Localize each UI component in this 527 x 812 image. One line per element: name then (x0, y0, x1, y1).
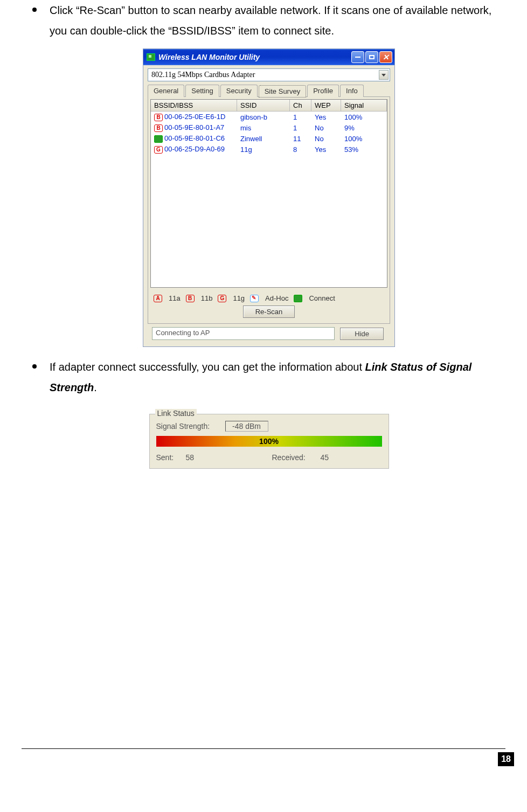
cell-bssid: 00-05-9E-80-01-C6 (164, 134, 225, 142)
signal-percent-bar: 100% (156, 436, 382, 447)
wlan-monitor-window: Wireless LAN Monitor Utility ✕ 802.11g 5… (143, 48, 395, 347)
tab-security[interactable]: Security (220, 85, 258, 97)
footer-divider (22, 748, 505, 749)
window-title: Wireless LAN Monitor Utility (158, 53, 260, 61)
legend-g-label: 11g (233, 294, 245, 302)
network-row[interactable]: B00-06-25-0E-E6-1D gibson-b 1 Yes 100% (151, 112, 387, 122)
bullet-icon (32, 8, 37, 12)
cell-bssid: 00-06-25-D9-A0-69 (164, 145, 225, 153)
cell-signal: 53% (341, 145, 387, 154)
cell-ssid: gibson-b (237, 113, 290, 121)
legend-adhoc-label: Ad-Hoc (265, 294, 288, 302)
net-b-icon: B (154, 124, 163, 132)
app-icon (147, 53, 155, 61)
cell-ch: 1 (290, 124, 311, 132)
network-row[interactable]: .00-05-9E-80-01-C6 Zinwell 11 No 100% (151, 133, 387, 144)
bullet-icon (32, 364, 37, 369)
cell-wep: Yes (311, 113, 341, 121)
hide-button[interactable]: Hide (340, 328, 384, 340)
cell-bssid: 00-05-9E-80-01-A7 (164, 123, 224, 131)
legend-b-icon: B (186, 295, 195, 302)
cell-signal: 9% (341, 124, 387, 132)
legend-a-label: 11a (169, 294, 181, 302)
tab-site-survey[interactable]: Site Survey (259, 85, 306, 98)
legend-connect-icon (294, 295, 302, 302)
header-signal[interactable]: Signal (341, 100, 387, 111)
adapter-dropdown-value: 802.11g 54Mbps Cardbus Adapter (151, 71, 255, 79)
signal-strength-label: Signal Strength: (156, 422, 220, 431)
page-number: 18 (498, 752, 514, 766)
rescan-button[interactable]: Re-Scan (243, 306, 295, 318)
cell-ssid: Zinwell (237, 135, 290, 143)
cell-signal: 100% (341, 113, 387, 121)
received-label: Received: (272, 453, 321, 462)
header-wep[interactable]: WEP (311, 100, 341, 111)
status-text: Connecting to AP (152, 327, 335, 340)
header-bssid[interactable]: BSSID/IBSS (151, 100, 237, 111)
tab-info[interactable]: Info (340, 85, 364, 97)
cell-wep: No (311, 124, 341, 132)
cell-wep: No (311, 135, 341, 143)
received-value: 45 (321, 453, 329, 462)
tab-profile[interactable]: Profile (307, 85, 339, 97)
tab-setting[interactable]: Setting (185, 85, 219, 97)
cell-ch: 1 (290, 113, 311, 121)
cell-ch: 8 (290, 145, 311, 154)
link-status-panel: Link Status Signal Strength: -48 dBm 100… (149, 414, 389, 469)
legend-g-icon: G (218, 295, 226, 302)
cell-bssid: 00-06-25-0E-E6-1D (164, 113, 225, 121)
legend-adhoc-icon (250, 295, 259, 302)
net-g-icon: G (154, 146, 163, 154)
cell-wep: Yes (311, 145, 341, 154)
header-ch[interactable]: Ch (290, 100, 311, 111)
cell-ssid: 11g (237, 145, 290, 154)
instruction-rescan: Click “Re-Scan” button to scan nearby av… (50, 0, 505, 41)
network-listview[interactable]: BSSID/IBSS SSID Ch WEP Signal B00-06-25-… (150, 99, 387, 288)
close-button[interactable]: ✕ (379, 51, 392, 63)
maximize-button[interactable] (365, 51, 378, 63)
instruction-text-end: . (94, 381, 97, 393)
tab-strip: General Setting Security Site Survey Pro… (148, 85, 390, 97)
legend-b-label: 11b (201, 294, 213, 302)
listview-header[interactable]: BSSID/IBSS SSID Ch WEP Signal (151, 100, 387, 112)
network-row[interactable]: G00-06-25-D9-A0-69 11g 8 Yes 53% (151, 144, 387, 155)
sent-label: Sent: (156, 453, 186, 462)
legend-row: A11a B11b G11g Ad-Hoc Connect (148, 290, 390, 306)
cell-ssid: mis (237, 124, 290, 132)
header-ssid[interactable]: SSID (237, 100, 290, 111)
cell-ch: 11 (290, 135, 311, 143)
chevron-down-icon[interactable] (379, 70, 389, 80)
sent-value: 58 (186, 453, 229, 462)
window-titlebar[interactable]: Wireless LAN Monitor Utility ✕ (143, 49, 394, 65)
tab-general[interactable]: General (148, 85, 184, 97)
signal-strength-value: -48 dBm (225, 421, 268, 432)
site-survey-panel: BSSID/IBSS SSID Ch WEP Signal B00-06-25-… (148, 96, 390, 324)
minimize-button[interactable] (351, 51, 364, 63)
net-connected-icon: . (154, 135, 163, 143)
cell-signal: 100% (341, 135, 387, 143)
instruction-linkstatus: If adapter connect successfully, you can… (50, 357, 505, 398)
legend-connect-label: Connect (309, 294, 335, 302)
link-status-legend: Link Status (155, 409, 197, 418)
adapter-dropdown[interactable]: 802.11g 54Mbps Cardbus Adapter (148, 68, 390, 81)
net-b-icon: B (154, 114, 163, 121)
legend-a-icon: A (154, 295, 162, 302)
instruction-text: If adapter connect successfully, you can… (50, 361, 365, 373)
network-row[interactable]: B00-05-9E-80-01-A7 mis 1 No 9% (151, 122, 387, 133)
